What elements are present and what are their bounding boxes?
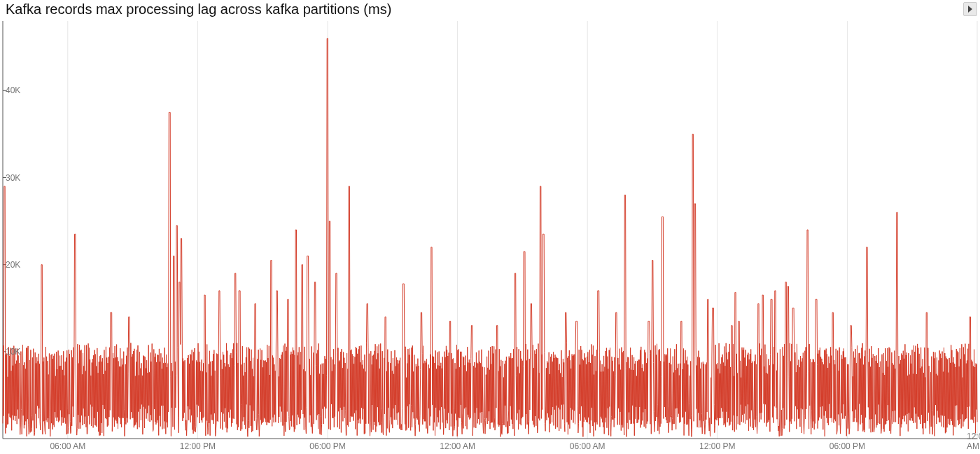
panel-expand-button[interactable] <box>963 2 977 16</box>
x-tick-label: 12:00 AM <box>440 441 475 451</box>
chart-title: Kafka records max processing lag across … <box>6 1 391 18</box>
x-tick-label: 06:00 AM <box>50 441 85 451</box>
x-tick-label: 06:00 AM <box>570 441 606 451</box>
chevron-right-icon <box>967 6 974 13</box>
x-tick-label: 12:00 PM <box>699 441 735 451</box>
y-tick-label: 40K <box>6 85 20 95</box>
chart-plot-area[interactable]: 10K20K30K40K06:00 AM12:00 PM06:00 PM12:0… <box>0 21 980 454</box>
y-tick-label: 20K <box>6 260 20 270</box>
x-tick-label: 12:00 AM <box>967 432 980 451</box>
y-tick-label: 30K <box>6 173 20 183</box>
x-tick-label: 06:00 PM <box>309 441 345 451</box>
x-tick-label: 06:00 PM <box>830 441 865 451</box>
x-tick-label: 12:00 PM <box>180 441 216 451</box>
y-tick-label: 10K <box>6 347 20 357</box>
chart-svg <box>0 21 980 454</box>
